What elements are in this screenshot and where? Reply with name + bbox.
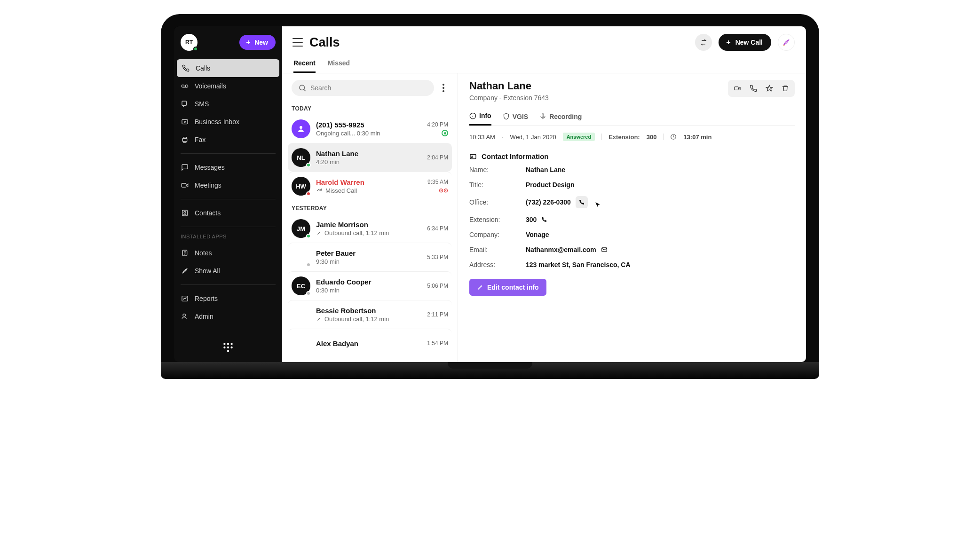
- contact-actions: [728, 80, 795, 97]
- meta-duration: 13:07 min: [683, 134, 711, 141]
- svg-point-14: [227, 343, 229, 345]
- video-call-button[interactable]: [730, 82, 745, 95]
- new-call-button[interactable]: New Call: [719, 34, 771, 51]
- sidebar-item-reports[interactable]: Reports: [174, 290, 282, 308]
- sms-icon: [181, 100, 189, 108]
- favorite-button[interactable]: [762, 82, 777, 95]
- dtab-recording[interactable]: Recording: [539, 108, 582, 126]
- launcher-button[interactable]: [778, 34, 795, 51]
- notes-icon: [181, 249, 189, 257]
- call-title: Peter Bauer: [316, 249, 421, 257]
- sidebar-item-business-inbox[interactable]: Business Inbox: [174, 113, 282, 131]
- sidebar-item-label: Meetings: [195, 181, 221, 189]
- dialpad-button[interactable]: [222, 341, 234, 354]
- svg-rect-6: [182, 183, 186, 187]
- svg-point-10: [185, 269, 186, 270]
- sidebar-item-contacts[interactable]: Contacts: [174, 204, 282, 222]
- video-icon: [181, 181, 189, 189]
- detail-pane: Nathan Lane Company - Extension 7643: [458, 73, 806, 362]
- plus-icon: [245, 39, 252, 46]
- outbound-icon: [316, 230, 322, 236]
- svg-rect-3: [182, 119, 188, 124]
- phone-icon[interactable]: [541, 217, 547, 222]
- field-address-label: Address:: [469, 261, 526, 268]
- call-title: Alex Badyan: [316, 339, 421, 347]
- edit-contact-button[interactable]: Edit contact info: [469, 279, 546, 296]
- mail-icon[interactable]: [601, 246, 608, 253]
- call-item[interactable]: JM Jamie Morrison Outbound call, 1:12 mi…: [288, 214, 452, 243]
- call-sub: 0:30 min: [316, 287, 421, 294]
- sidebar-item-label: Show All: [195, 267, 220, 275]
- sidebar-item-sms[interactable]: SMS: [174, 95, 282, 113]
- contact-info-grid: Name:Nathan Lane Title:Product Design Of…: [469, 166, 795, 268]
- sidebar-item-voicemails[interactable]: Voicemails: [174, 77, 282, 95]
- svg-rect-26: [470, 154, 476, 158]
- call-item[interactable]: Peter Bauer 9:30 min 5:33 PM: [288, 243, 452, 271]
- call-item[interactable]: Bessie Robertson Outbound call, 1:12 min…: [288, 300, 452, 329]
- sidebar-item-show-all[interactable]: Show All: [174, 262, 282, 280]
- call-title: Harold Warren: [316, 178, 422, 186]
- search-input[interactable]: [310, 84, 427, 92]
- field-email-label: Email:: [469, 246, 526, 253]
- sidebar-item-meetings[interactable]: Meetings: [174, 176, 282, 194]
- presence-dot-icon: [306, 262, 311, 267]
- plus-icon: [725, 39, 732, 46]
- transfer-button[interactable]: [695, 34, 712, 51]
- call-sub: 9:30 min: [316, 258, 421, 265]
- new-button[interactable]: New: [239, 35, 276, 50]
- svg-point-20: [300, 85, 305, 90]
- section-today: TODAY: [288, 101, 452, 115]
- call-item-harold[interactable]: HW Harold Warren Missed Call: [288, 172, 452, 200]
- sidebar-item-admin[interactable]: Admin: [174, 308, 282, 325]
- cursor-icon: [594, 202, 601, 208]
- dtab-info[interactable]: Info: [469, 108, 491, 126]
- tab-missed[interactable]: Missed: [328, 55, 350, 73]
- status-badge: Answered: [563, 133, 595, 141]
- sidebar: RT New Calls Voicemails: [174, 26, 282, 362]
- presence-dot-icon: [306, 234, 311, 238]
- contact-subtitle: Company - Extension 7643: [469, 94, 549, 102]
- messages-icon: [181, 163, 189, 172]
- inbox-icon: [181, 118, 189, 126]
- call-title: Bessie Robertson: [316, 307, 421, 315]
- info-icon: [469, 112, 476, 119]
- sidebar-item-calls[interactable]: Calls: [177, 59, 279, 77]
- call-item-ongoing[interactable]: (201) 555-9925 Ongoing call... 0:30 min …: [288, 115, 452, 143]
- delete-button[interactable]: [778, 82, 793, 95]
- call-office-button[interactable]: [576, 196, 588, 208]
- field-ext-value: 300: [526, 216, 537, 223]
- meta-date: Wed, 1 Jan 2020: [510, 134, 556, 141]
- call-button[interactable]: [746, 82, 761, 95]
- presence-dot-icon: [306, 191, 311, 196]
- call-title: Nathan Lane: [316, 150, 421, 158]
- call-item-nathan[interactable]: NL Nathan Lane 4:20 min 2:04 PM: [288, 143, 452, 172]
- user-avatar[interactable]: RT: [181, 34, 198, 51]
- contact-card-icon: [469, 153, 477, 160]
- dtab-vgis[interactable]: VGIS: [503, 108, 528, 126]
- svg-point-17: [227, 347, 229, 348]
- admin-icon: [181, 312, 189, 321]
- call-item[interactable]: Alex Badyan 1:54 PM: [288, 329, 452, 357]
- search-box[interactable]: [292, 80, 434, 96]
- svg-rect-2: [182, 101, 186, 105]
- call-sub: Outbound call, 1:12 min: [316, 315, 421, 323]
- call-item[interactable]: EC Eduardo Cooper 0:30 min 5:06 PM: [288, 271, 452, 300]
- svg-point-0: [182, 85, 184, 87]
- svg-rect-24: [542, 114, 544, 118]
- sidebar-item-messages[interactable]: Messages: [174, 158, 282, 176]
- call-time: 2:04 PM: [427, 154, 448, 161]
- sidebar-item-notes[interactable]: Notes: [174, 244, 282, 262]
- tab-recent[interactable]: Recent: [293, 55, 316, 73]
- sidebar-item-fax[interactable]: Fax: [174, 131, 282, 149]
- transfer-icon: [699, 38, 708, 47]
- phone-icon: [750, 85, 757, 92]
- call-time: 5:33 PM: [427, 254, 448, 260]
- more-options-button[interactable]: [439, 84, 448, 92]
- svg-rect-5: [182, 138, 187, 142]
- svg-point-8: [184, 212, 186, 213]
- caller-avatar: JM: [292, 219, 310, 238]
- svg-point-12: [183, 314, 185, 316]
- meta-time: 10:33 AM: [469, 134, 495, 141]
- presence-dot-icon: [306, 291, 311, 296]
- menu-toggle-button[interactable]: [292, 38, 303, 47]
